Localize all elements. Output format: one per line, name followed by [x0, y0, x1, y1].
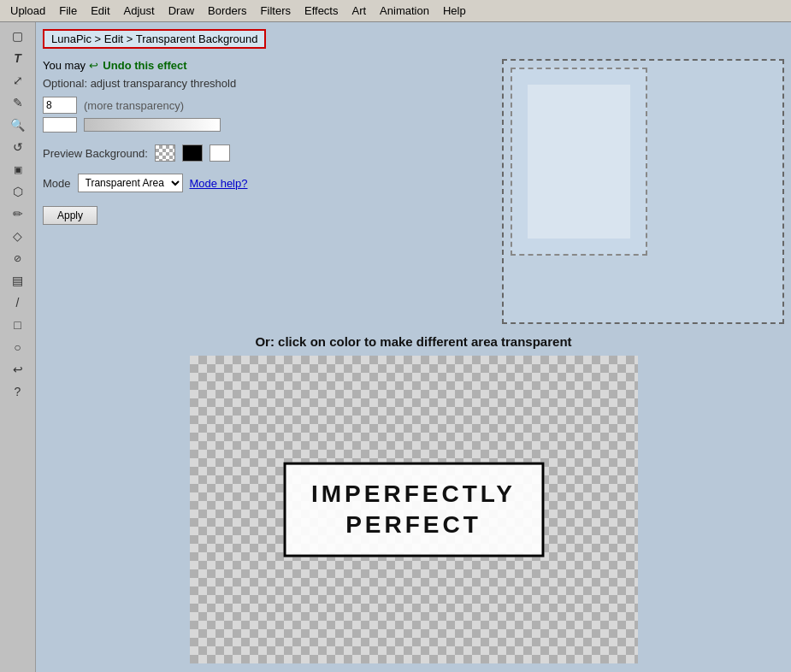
undo-prefix: You may	[43, 59, 89, 72]
breadcrumb: LunaPic > Edit > Transparent Background	[43, 29, 266, 49]
tool-crop[interactable]: ▣	[6, 159, 30, 180]
menu-art[interactable]: Art	[345, 3, 373, 19]
undo-icon: ↩	[89, 59, 98, 72]
mode-select[interactable]: Transparent Area	[78, 174, 183, 192]
mode-row: Mode Transparent Area Mode help?	[43, 174, 316, 192]
tool-circle[interactable]: ○	[6, 337, 30, 357]
tool-shape[interactable]: ⬡	[6, 181, 30, 202]
tool-fill[interactable]: ▤	[6, 270, 30, 291]
tool-rect[interactable]: □	[6, 315, 30, 335]
tool-eyedropper[interactable]: ⊘	[6, 248, 30, 268]
sidebar-toolbar: ▢ T ⤢ ✎ 🔍 ↺ ▣ ⬡ ✏ ◇ ⊘ ▤ / □ ○ ↩ ?	[0, 22, 36, 672]
click-instruction: Or: click on color to make different are…	[43, 334, 784, 349]
image-text-line1: IMPERFECTLY	[311, 479, 516, 510]
tool-brush[interactable]: ✏	[6, 203, 30, 224]
image-text-box: IMPERFECTLY PERFECT	[283, 463, 544, 557]
undo-link[interactable]: Undo this effect	[103, 59, 186, 72]
tool-text[interactable]: T	[6, 48, 30, 68]
menu-effects[interactable]: Effects	[298, 3, 345, 19]
preview-content	[528, 85, 630, 239]
menu-help[interactable]: Help	[436, 3, 473, 19]
threshold-slider[interactable]	[84, 118, 221, 132]
image-text-line2: PERFECT	[311, 510, 516, 540]
menu-edit[interactable]: Edit	[84, 3, 116, 19]
breadcrumb-text: LunaPic > Edit > Transparent Background	[51, 32, 257, 45]
tool-eraser[interactable]: ◇	[6, 226, 30, 246]
optional-label: Optional: adjust transparancy threshold	[43, 77, 316, 90]
tool-zoom[interactable]: 🔍	[6, 115, 30, 135]
image-canvas[interactable]: IMPERFECTLY PERFECT	[190, 356, 638, 663]
top-section: You may ↩ Undo this effect Optional: adj…	[43, 59, 784, 324]
tool-help[interactable]: ?	[6, 381, 30, 402]
mode-help-link[interactable]: Mode help?	[190, 177, 248, 190]
menu-adjust[interactable]: Adjust	[117, 3, 162, 19]
apply-row: Apply	[43, 206, 316, 225]
preview-bg-label: Preview Background:	[43, 147, 148, 160]
menubar: Upload File Edit Adjust Draw Borders Fil…	[0, 0, 791, 22]
content-area: LunaPic > Edit > Transparent Background …	[36, 22, 791, 672]
preview-canvas	[502, 59, 784, 324]
tool-pencil[interactable]: ✎	[6, 92, 30, 113]
tool-line[interactable]: /	[6, 292, 30, 313]
menu-upload[interactable]: Upload	[3, 3, 52, 19]
preview-bg-black[interactable]	[182, 144, 203, 162]
preview-bg-white[interactable]	[210, 144, 230, 162]
tool-select[interactable]: ▢	[6, 26, 30, 46]
preview-bg-row: Preview Background:	[43, 144, 316, 162]
menu-animation[interactable]: Animation	[373, 3, 436, 19]
tool-rotate[interactable]: ↺	[6, 137, 30, 157]
apply-button[interactable]: Apply	[43, 206, 97, 225]
preview-outer-border	[502, 59, 784, 324]
threshold-input[interactable]	[43, 97, 77, 114]
mode-label: Mode	[43, 177, 71, 190]
preview-bg-checker[interactable]	[155, 144, 175, 162]
tool-undo[interactable]: ↩	[6, 359, 30, 380]
menu-borders[interactable]: Borders	[201, 3, 254, 19]
controls-panel: You may ↩ Undo this effect Optional: adj…	[43, 59, 316, 324]
slider-row	[43, 117, 316, 133]
tool-move[interactable]: ⤢	[6, 70, 30, 91]
slider-small-box	[43, 117, 77, 133]
main-layout: ▢ T ⤢ ✎ 🔍 ↺ ▣ ⬡ ✏ ◇ ⊘ ▤ / □ ○ ↩ ? LunaPi…	[0, 22, 791, 672]
more-transparency-label: (more transparency)	[84, 99, 184, 112]
menu-draw[interactable]: Draw	[162, 3, 201, 19]
preview-inner-border	[511, 68, 647, 256]
menu-file[interactable]: File	[52, 3, 84, 19]
menu-filters[interactable]: Filters	[254, 3, 298, 19]
threshold-row: (more transparency)	[43, 97, 316, 114]
preview-area	[330, 59, 784, 324]
undo-line: You may ↩ Undo this effect	[43, 59, 316, 72]
